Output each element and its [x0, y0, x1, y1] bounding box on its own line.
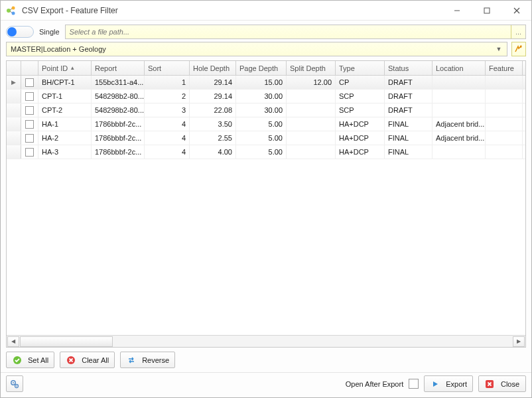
cell-sort[interactable]: 3	[145, 103, 190, 117]
settings-button[interactable]	[6, 375, 23, 392]
cell-report[interactable]: 548298b2-80...	[92, 103, 145, 117]
cell-sort[interactable]: 2	[145, 90, 190, 103]
table-row[interactable]: HA-11786bbbf-2c...43.505.00HA+DCPFINALAd…	[7, 117, 525, 131]
clear-all-button[interactable]: Clear All	[60, 352, 115, 368]
cell-sort[interactable]: 4	[145, 131, 190, 145]
cell-split-depth[interactable]	[287, 103, 336, 117]
row-checkbox[interactable]	[25, 148, 34, 157]
cell-location[interactable]	[432, 76, 486, 89]
column-header-location[interactable]: Location	[432, 61, 486, 75]
close-button[interactable]: Close	[478, 375, 526, 392]
cell-split-depth[interactable]: 12.00	[287, 76, 336, 89]
cell-location[interactable]	[432, 145, 486, 159]
cell-point-id[interactable]: HA-1	[38, 117, 92, 131]
cell-feature[interactable]	[486, 76, 523, 89]
export-button[interactable]: Export	[424, 375, 473, 392]
table-row[interactable]: HA-21786bbbf-2c...42.555.00HA+DCPFINALAd…	[7, 131, 525, 145]
column-header-split-depth[interactable]: Split Depth	[287, 61, 336, 75]
checkbox-column-header[interactable]	[21, 61, 38, 75]
cell-status[interactable]: FINAL	[385, 117, 432, 131]
cell-type[interactable]: CP	[336, 76, 385, 89]
cell-status[interactable]: DRAFT	[385, 90, 432, 103]
scroll-thumb[interactable]	[20, 336, 113, 347]
filepath-browse-button[interactable]: ...	[511, 25, 525, 38]
cell-split-depth[interactable]	[287, 131, 336, 145]
table-row[interactable]: CPT-2548298b2-80...322.0830.00SCPDRAFT	[7, 103, 525, 117]
row-checkbox[interactable]	[25, 106, 34, 115]
cell-feature[interactable]	[486, 90, 523, 103]
row-checkbox[interactable]	[25, 120, 34, 129]
cell-location[interactable]: Adjacent brid...	[432, 117, 486, 131]
cell-status[interactable]: DRAFT	[385, 103, 432, 117]
column-header-hole-depth[interactable]: Hole Depth	[190, 61, 236, 75]
filepath-input[interactable]	[66, 28, 511, 36]
cell-report[interactable]: 1786bbbf-2c...	[92, 131, 145, 145]
table-row[interactable]: CPT-1548298b2-80...229.1430.00SCPDRAFT	[7, 90, 525, 103]
cell-point-id[interactable]: CPT-2	[38, 103, 92, 117]
cell-split-depth[interactable]	[287, 117, 336, 131]
cell-report[interactable]: 1786bbbf-2c...	[92, 145, 145, 159]
cell-type[interactable]: HA+DCP	[336, 117, 385, 131]
cell-split-depth[interactable]	[287, 145, 336, 159]
cell-status[interactable]: FINAL	[385, 131, 432, 145]
cell-point-id[interactable]: HA-2	[38, 131, 92, 145]
cell-split-depth[interactable]	[287, 90, 336, 103]
cell-hole-depth[interactable]: 29.14	[190, 90, 236, 103]
column-header-report[interactable]: Report	[92, 61, 145, 75]
single-toggle[interactable]	[6, 26, 34, 38]
cell-page-depth[interactable]: 30.00	[236, 90, 287, 103]
row-checkbox[interactable]	[25, 78, 34, 87]
row-checkbox[interactable]	[25, 92, 34, 101]
cell-report[interactable]: 155bc311-a4...	[92, 76, 145, 89]
column-header-status[interactable]: Status	[385, 61, 432, 75]
cell-location[interactable]	[432, 90, 486, 103]
column-header-feature[interactable]: Feature	[486, 61, 523, 75]
cell-point-id[interactable]: BH/CPT-1	[38, 76, 92, 89]
cell-hole-depth[interactable]: 2.55	[190, 131, 236, 145]
cell-location[interactable]: Adjacent brid...	[432, 131, 486, 145]
column-header-type[interactable]: Type	[336, 61, 385, 75]
column-header-page-depth[interactable]: Page Depth	[236, 61, 287, 75]
cell-hole-depth[interactable]: 3.50	[190, 117, 236, 131]
cell-status[interactable]: FINAL	[385, 145, 432, 159]
cell-point-id[interactable]: HA-3	[38, 145, 92, 159]
cell-page-depth[interactable]: 15.00	[236, 76, 287, 89]
column-header-sort[interactable]: Sort	[145, 61, 190, 75]
cell-report[interactable]: 548298b2-80...	[92, 90, 145, 103]
scroll-track[interactable]	[20, 336, 512, 347]
column-header-point-id[interactable]: Point ID▲	[38, 61, 92, 75]
close-window-button[interactable]	[501, 1, 531, 21]
cell-feature[interactable]	[486, 145, 523, 159]
open-after-export-checkbox[interactable]	[409, 379, 419, 389]
row-checkbox[interactable]	[25, 134, 34, 143]
cell-page-depth[interactable]: 5.00	[236, 131, 287, 145]
cell-type[interactable]: HA+DCP	[336, 131, 385, 145]
cell-hole-depth[interactable]: 22.08	[190, 103, 236, 117]
template-select[interactable]: MASTER|Location + Geology ▼	[6, 42, 507, 56]
scroll-right-button[interactable]: ▶	[513, 336, 525, 347]
cell-sort[interactable]: 1	[145, 76, 190, 89]
scroll-left-button[interactable]: ◀	[7, 336, 19, 347]
cell-page-depth[interactable]: 5.00	[236, 117, 287, 131]
cell-page-depth[interactable]: 5.00	[236, 145, 287, 159]
cell-hole-depth[interactable]: 29.14	[190, 76, 236, 89]
horizontal-scrollbar[interactable]: ◀ ▶	[7, 335, 525, 347]
cell-feature[interactable]	[486, 131, 523, 145]
reverse-button[interactable]: Reverse	[120, 352, 175, 368]
cell-sort[interactable]: 4	[145, 117, 190, 131]
minimize-button[interactable]	[442, 1, 472, 21]
cell-sort[interactable]: 4	[145, 145, 190, 159]
cell-type[interactable]: SCP	[336, 90, 385, 103]
cell-page-depth[interactable]: 30.00	[236, 103, 287, 117]
cell-hole-depth[interactable]: 4.00	[190, 145, 236, 159]
cell-type[interactable]: HA+DCP	[336, 145, 385, 159]
cell-location[interactable]	[432, 103, 486, 117]
maximize-button[interactable]	[472, 1, 501, 21]
set-all-button[interactable]: Set All	[6, 352, 54, 368]
cell-feature[interactable]	[486, 117, 523, 131]
cell-point-id[interactable]: CPT-1	[38, 90, 92, 103]
refresh-templates-button[interactable]	[511, 42, 526, 56]
table-row[interactable]: HA-31786bbbf-2c...44.005.00HA+DCPFINAL	[7, 145, 525, 159]
cell-report[interactable]: 1786bbbf-2c...	[92, 117, 145, 131]
cell-feature[interactable]	[486, 103, 523, 117]
